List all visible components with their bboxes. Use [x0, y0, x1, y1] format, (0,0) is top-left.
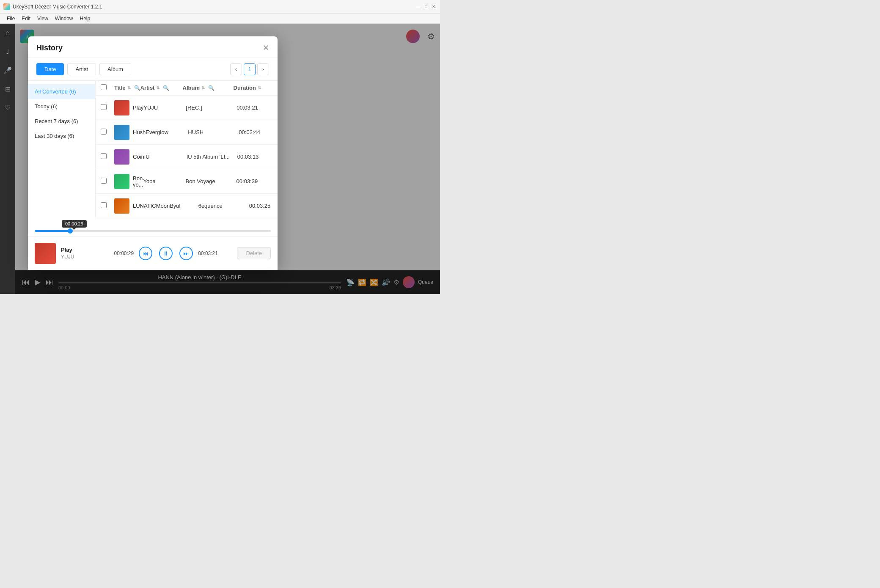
current-time: 00:00:29 — [114, 250, 134, 256]
player-track-artist: YUJU — [61, 254, 95, 260]
track-thumbnail — [114, 125, 129, 140]
nav-recent-7[interactable]: Recent 7 days (6) — [28, 114, 95, 129]
tab-date[interactable]: Date — [36, 63, 64, 75]
track-info: LUNATIC — [114, 198, 156, 214]
track-duration: 00:02:44 — [239, 129, 277, 135]
sidebar-grid-icon[interactable]: ⊞ — [2, 83, 14, 95]
prev-track-button[interactable]: ⏮ — [139, 247, 152, 260]
track-thumbnail — [114, 174, 129, 189]
nav-list: All Converted (6) Today (6) Recent 7 day… — [28, 81, 96, 218]
track-title: LUNATIC — [133, 203, 156, 209]
dialog-body: All Converted (6) Today (6) Recent 7 day… — [28, 81, 278, 218]
track-album: IU 5th Album 'LI... — [187, 154, 237, 160]
track-thumbnail — [114, 100, 129, 115]
maximize-button[interactable]: □ — [423, 4, 429, 10]
track-artist: Yooa — [143, 178, 186, 184]
next-page-button[interactable]: › — [257, 63, 269, 75]
sidebar-music-icon[interactable]: ♩ — [2, 46, 14, 58]
nav-today[interactable]: Today (6) — [28, 99, 95, 114]
next-track-button[interactable]: ⏭ — [179, 247, 193, 260]
menu-file[interactable]: File — [3, 16, 18, 22]
nav-last-30[interactable]: Last 30 days (6) — [28, 129, 95, 143]
title-sort-icon[interactable]: ⇅ — [127, 85, 131, 90]
playback-progress-container[interactable] — [28, 228, 278, 234]
title-search-icon[interactable]: 🔍 — [134, 85, 140, 91]
duration-sort-icon[interactable]: ⇅ — [258, 85, 261, 90]
track-info: Bon vo... — [114, 174, 143, 189]
sidebar-heart-icon[interactable]: ♡ — [2, 102, 14, 113]
tab-album[interactable]: Album — [99, 63, 131, 75]
player-info: Play YUJU — [61, 247, 95, 260]
track-title: Bon vo... — [133, 175, 143, 188]
window-close-button[interactable]: ✕ — [431, 4, 437, 10]
app-icon — [3, 3, 10, 10]
menu-window[interactable]: Window — [52, 16, 77, 22]
track-thumbnail — [114, 149, 129, 165]
row-checkbox[interactable] — [101, 178, 114, 185]
row-actions: ▶ 📁 🗑 — [275, 177, 278, 185]
player-track-title: Play — [61, 247, 95, 253]
player-times: 00:00:29 ⏮ ⏸ ⏭ 00:03:21 — [100, 247, 232, 260]
track-album: [REC.] — [186, 104, 236, 111]
dialog-title: History — [36, 44, 63, 52]
menu-bar: File Edit View Window Help — [0, 14, 440, 24]
menu-view[interactable]: View — [34, 16, 52, 22]
table-row: Bon vo... Yooa Bon Voyage 00:03:39 ▶ 📁 🗑 — [96, 169, 278, 194]
page-1-button[interactable]: 1 — [244, 63, 256, 75]
app-content: ♪ ⚙ History ✕ Date Artist Album — [15, 24, 440, 294]
player-buttons: ⏮ ⏸ ⏭ — [139, 247, 193, 260]
checkbox-all[interactable] — [101, 84, 114, 91]
album-sort-icon[interactable]: ⇅ — [201, 85, 205, 90]
track-duration: 00:03:39 — [236, 178, 275, 184]
track-duration: 00:03:21 — [236, 104, 275, 111]
track-album: 6equence — [198, 203, 249, 209]
track-info: Hush — [114, 125, 146, 140]
pause-button[interactable]: ⏸ — [159, 247, 173, 260]
row-checkbox[interactable] — [101, 104, 114, 112]
dialog-header: History ✕ — [28, 36, 278, 58]
menu-help[interactable]: Help — [77, 16, 94, 22]
row-actions: ▐▌▐ 📁 🗑 — [275, 104, 278, 112]
menu-edit[interactable]: Edit — [18, 16, 34, 22]
track-duration: 00:03:25 — [249, 203, 278, 209]
track-info: Play — [114, 100, 143, 115]
minimize-button[interactable]: — — [415, 4, 421, 10]
track-title: Coin — [133, 154, 144, 160]
dialog-close-button[interactable]: ✕ — [263, 43, 269, 52]
table-row: Play YUJU [REC.] 00:03:21 ▐▌▐ 📁 🗑 — [96, 96, 278, 120]
tab-artist[interactable]: Artist — [67, 63, 96, 75]
th-title: Title ⇅ 🔍 — [114, 85, 140, 91]
sidebar-mic-icon[interactable]: 🎤 — [2, 64, 14, 76]
track-duration: 00:03:13 — [237, 154, 275, 160]
table-body: Play YUJU [REC.] 00:03:21 ▐▌▐ 📁 🗑 — [96, 96, 278, 218]
row-checkbox[interactable] — [101, 202, 114, 210]
th-duration: Duration ⇅ — [234, 85, 272, 91]
history-dialog: History ✕ Date Artist Album ‹ 1 › — [28, 36, 278, 270]
th-album: Album ⇅ 🔍 — [183, 85, 234, 91]
row-checkbox[interactable] — [101, 129, 114, 136]
artist-search-icon[interactable]: 🔍 — [163, 85, 169, 91]
player-controls: 00:00:29 ⏮ ⏸ ⏭ 00:03:21 — [100, 247, 232, 260]
main-area: ⌂ ♩ 🎤 ⊞ ♡ ♪ ⚙ History ✕ — [0, 24, 440, 294]
window-controls: — □ ✕ — [415, 4, 437, 10]
track-thumbnail — [114, 198, 129, 214]
track-title: Play — [133, 104, 143, 111]
nav-all-converted[interactable]: All Converted (6) — [28, 84, 95, 99]
track-artist: Everglow — [146, 129, 188, 135]
player-bar: Play YUJU 00:00:29 ⏮ ⏸ ⏭ 00:03:21 — [28, 236, 278, 270]
row-checkbox[interactable] — [101, 153, 114, 161]
artist-sort-icon[interactable]: ⇅ — [156, 85, 160, 90]
album-search-icon[interactable]: 🔍 — [208, 85, 214, 91]
player-thumbnail — [35, 243, 56, 264]
sidebar-home-icon[interactable]: ⌂ — [2, 27, 14, 39]
track-album: Bon Voyage — [186, 178, 236, 184]
sidebar: ⌂ ♩ 🎤 ⊞ ♡ — [0, 24, 15, 294]
th-artist: Artist ⇅ 🔍 — [140, 85, 183, 91]
track-artist: MoonByul — [156, 203, 198, 209]
row-actions: ▶ 📁 🗑 — [277, 128, 278, 136]
prev-page-button[interactable]: ‹ — [230, 63, 242, 75]
table-row: Hush Everglow HUSH 00:02:44 ▶ 📁 🗑 — [96, 120, 278, 145]
progress-tooltip: 00:00:29 — [62, 220, 87, 228]
delete-button[interactable]: Delete — [237, 247, 271, 259]
window-title: UkeySoft Deezer Music Converter 1.2.1 — [13, 4, 415, 10]
